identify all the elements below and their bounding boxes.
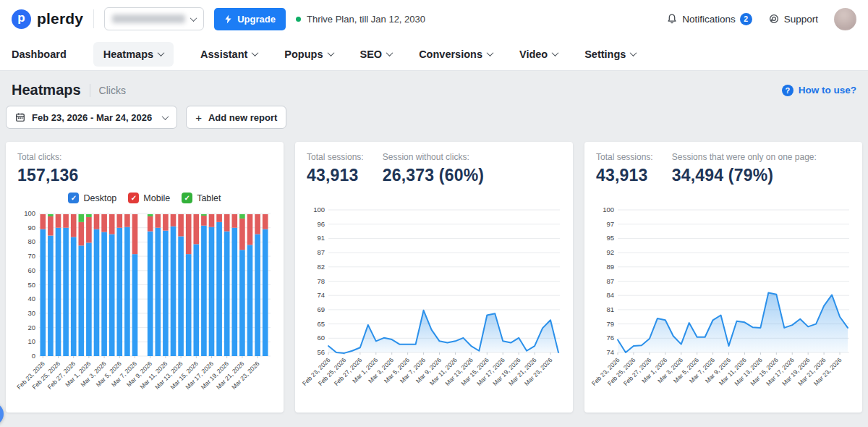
page-title: Heatmaps [12, 82, 81, 98]
one-page-sessions-card: Total sessions: 43,913 Sessions that wer… [584, 142, 862, 413]
nav-item-dashboard[interactable]: Dashboard [12, 42, 67, 67]
svg-text:74: 74 [606, 348, 614, 356]
svg-text:96: 96 [317, 220, 325, 228]
svg-text:50: 50 [27, 281, 35, 289]
svg-text:82: 82 [317, 263, 325, 271]
add-report-label: Add new report [208, 112, 277, 123]
title-divider [90, 84, 90, 97]
checkbox-checked-icon: ✓ [128, 193, 139, 203]
device-legend: ✓ Desktop ✓ Mobile ✓ Tablet [17, 193, 272, 203]
svg-text:89: 89 [606, 263, 614, 271]
plan-text: Thrive Plan, till Jan 12, 2030 [307, 14, 425, 25]
nav-item-heatmaps[interactable]: Heatmaps [93, 42, 174, 67]
notifications-badge: 2 [740, 13, 752, 25]
upgrade-button[interactable]: Upgrade [214, 8, 286, 30]
plerdy-logo-icon: p [12, 9, 31, 29]
stat-value: 157,136 [17, 166, 79, 185]
nav-item-assistant[interactable]: Assistant [200, 42, 258, 67]
svg-text:100: 100 [313, 206, 325, 214]
sessions-without-clicks-area-chart: 10096918782787469656056Feb 23, 2026Feb 2… [307, 204, 561, 395]
notifications-button[interactable]: Notifications 2 [666, 13, 752, 25]
main-nav: Dashboard Heatmaps Assistant Popups SEO … [0, 38, 868, 71]
lightning-icon [224, 14, 232, 24]
svg-text:30: 30 [27, 309, 35, 317]
chevron-down-icon [162, 113, 169, 120]
stat-label: Total clicks: [17, 152, 79, 162]
checkbox-checked-icon: ✓ [68, 193, 79, 203]
svg-text:97: 97 [606, 220, 614, 228]
svg-text:100: 100 [603, 206, 614, 214]
chevron-down-icon [158, 49, 165, 56]
svg-text:84: 84 [606, 291, 614, 299]
legend-toggle-tablet[interactable]: ✓ Tablet [182, 193, 221, 203]
svg-text:60: 60 [317, 334, 325, 342]
stat-label: Total sessions: [596, 152, 653, 162]
calendar-icon [15, 112, 25, 122]
checkbox-checked-icon: ✓ [182, 193, 192, 203]
svg-text:10: 10 [27, 337, 35, 345]
notifications-label: Notifications [682, 14, 736, 25]
stat-label: Sessions that were only on one page: [672, 152, 817, 162]
stat-total-sessions: Total sessions: 43,913 [596, 152, 653, 185]
svg-text:91: 91 [317, 234, 325, 242]
nav-item-video[interactable]: Video [519, 42, 558, 67]
how-to-use-link[interactable]: ? How to use? [782, 85, 856, 96]
plan-active-dot-icon [296, 17, 301, 22]
nav-item-popups[interactable]: Popups [284, 42, 333, 67]
total-clicks-card: Total clicks: 157,136 ✓ Desktop ✓ Mobile… [6, 142, 284, 413]
nav-item-settings[interactable]: Settings [584, 42, 636, 67]
clicks-stacked-bar-chart: 1009080706050403020100Feb 23, 2026Feb 25… [17, 208, 272, 399]
legend-label: Tablet [197, 193, 221, 203]
svg-text:87: 87 [317, 248, 325, 256]
legend-label: Mobile [143, 193, 170, 203]
stat-value: 43,913 [596, 166, 653, 185]
svg-text:80: 80 [27, 237, 35, 245]
nav-item-seo[interactable]: SEO [360, 42, 393, 67]
svg-text:92: 92 [606, 248, 614, 256]
svg-text:78: 78 [317, 277, 325, 285]
svg-text:87: 87 [606, 277, 614, 285]
plan-status: Thrive Plan, till Jan 12, 2030 [296, 14, 425, 25]
svg-text:0: 0 [32, 352, 35, 360]
legend-label: Desktop [83, 193, 116, 203]
chevron-down-icon [630, 49, 637, 56]
project-name-blurred [112, 14, 185, 23]
stat-total-sessions: Total sessions: 43,913 [307, 152, 364, 185]
chevron-down-icon [252, 49, 259, 56]
support-button[interactable]: Support [768, 13, 818, 25]
stat-one-page-sessions: Sessions that were only on one page: 34,… [672, 152, 817, 185]
svg-text:60: 60 [27, 266, 35, 274]
stat-value: 34,494 (79%) [672, 166, 817, 185]
stat-label: Session without clicks: [383, 152, 485, 162]
project-selector-dropdown[interactable] [104, 7, 204, 30]
chat-widget-button[interactable] [0, 402, 4, 426]
user-avatar[interactable] [834, 8, 856, 30]
app-header: p plerdy Upgrade Thrive Plan, till Jan 1… [0, 0, 868, 38]
chevron-down-icon [190, 14, 197, 22]
svg-text:95: 95 [606, 234, 614, 242]
nav-item-conversions[interactable]: Conversions [419, 42, 493, 67]
add-new-report-button[interactable]: + Add new report [186, 106, 286, 129]
bell-icon [666, 13, 678, 25]
svg-text:65: 65 [317, 320, 325, 328]
chevron-down-icon [552, 49, 559, 56]
upgrade-label: Upgrade [237, 14, 276, 25]
chevron-down-icon [487, 49, 494, 56]
plerdy-logo-text: plerdy [37, 10, 83, 28]
header-divider [93, 9, 94, 28]
legend-toggle-mobile[interactable]: ✓ Mobile [128, 193, 170, 203]
svg-text:79: 79 [606, 320, 614, 328]
svg-text:20: 20 [27, 324, 35, 331]
svg-text:74: 74 [317, 291, 325, 299]
plus-icon: + [195, 111, 202, 124]
legend-toggle-desktop[interactable]: ✓ Desktop [68, 193, 116, 203]
chevron-down-icon [386, 49, 393, 56]
svg-text:100: 100 [24, 209, 35, 217]
sessions-without-clicks-card: Total sessions: 43,913 Session without c… [295, 142, 573, 413]
date-range-picker[interactable]: Feb 23, 2026 - Mar 24, 2026 [6, 106, 177, 129]
svg-text:76: 76 [606, 334, 614, 342]
stat-value: 26,373 (60%) [383, 166, 485, 185]
svg-text:40: 40 [27, 295, 35, 303]
plerdy-logo[interactable]: p plerdy [12, 9, 83, 29]
svg-text:81: 81 [606, 305, 614, 313]
